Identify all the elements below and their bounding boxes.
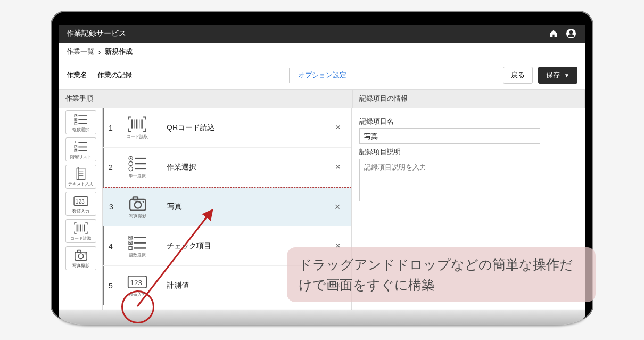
- number-input-icon: [126, 273, 148, 290]
- step-icon-caption: 写真撮影: [129, 213, 146, 219]
- title-bar: 作業名 オプション設定 戻る 保存 ▼: [59, 61, 585, 90]
- detail-header: 記録項目の情報: [353, 90, 585, 108]
- item-desc-textarea[interactable]: [359, 159, 540, 201]
- step-icon-caption: 単一選択: [129, 173, 146, 179]
- delete-step-icon[interactable]: ×: [329, 201, 345, 213]
- section-headers: 作業手順 記録項目の情報: [59, 90, 585, 108]
- code-scan-icon: [72, 222, 90, 234]
- palette-code-scan[interactable]: コード読取: [65, 219, 96, 243]
- palette-label: 階層リスト: [70, 154, 92, 160]
- number-input-icon: [72, 195, 90, 207]
- step-icon-caption: コード読取: [127, 134, 148, 140]
- breadcrumb: 作業一覧 › 新規作成: [59, 43, 585, 61]
- item-name-input[interactable]: [359, 128, 540, 144]
- palette-label: テキスト入力: [68, 181, 94, 187]
- multi-select-icon: [126, 234, 148, 251]
- step-number: 4: [103, 242, 119, 250]
- item-desc-label: 記録項目説明: [359, 147, 577, 157]
- palette-number-input[interactable]: 数値入力: [65, 192, 96, 216]
- tree-list-icon: [72, 140, 90, 153]
- step-row[interactable]: 2 単一選択 作業選択 ×: [103, 148, 351, 187]
- step-icon-caption: 複数選択: [129, 252, 146, 258]
- step-name: 写真: [156, 202, 329, 212]
- step-number: 1: [103, 124, 119, 132]
- camera-icon: [127, 195, 149, 212]
- text-input-icon: [72, 167, 90, 180]
- steps-header: 作業手順: [59, 90, 353, 108]
- camera-icon: [72, 249, 90, 262]
- palette-label: 複数選択: [72, 127, 89, 133]
- step-name: QRコード読込: [156, 123, 330, 133]
- item-name-label: 記録項目名: [359, 117, 577, 126]
- breadcrumb-parent[interactable]: 作業一覧: [67, 47, 94, 56]
- laptop-base: [59, 310, 585, 325]
- breadcrumb-current: 新規作成: [105, 47, 133, 56]
- code-scan-icon: [126, 116, 148, 133]
- component-palette: 複数選択 階層リスト テキスト入力 数値入力 コード読取: [59, 108, 103, 315]
- annotation-callout: ドラッグアンドドロップなどの簡単な操作だけで画面をすぐに構築: [287, 247, 596, 302]
- delete-step-icon[interactable]: ×: [330, 122, 346, 133]
- user-icon[interactable]: [566, 28, 577, 39]
- step-number: 5: [103, 281, 119, 290]
- chevron-down-icon: ▼: [564, 72, 569, 78]
- chevron-right-icon: ›: [98, 48, 101, 56]
- palette-tree-list[interactable]: 階層リスト: [65, 137, 96, 161]
- palette-multi-select[interactable]: 複数選択: [65, 110, 96, 134]
- palette-label: コード読取: [70, 236, 92, 241]
- step-row[interactable]: 1 コード読取 QRコード読込 ×: [103, 108, 351, 148]
- save-button-label: 保存: [546, 71, 560, 79]
- home-icon[interactable]: [549, 29, 560, 38]
- save-button[interactable]: 保存 ▼: [538, 67, 577, 84]
- step-number: 2: [103, 163, 119, 172]
- task-name-input[interactable]: [93, 68, 290, 83]
- multi-select-icon: [72, 113, 90, 126]
- palette-label: 写真撮影: [72, 263, 89, 269]
- step-name: 作業選択: [156, 163, 330, 172]
- palette-label: 数値入力: [72, 208, 89, 214]
- palette-text-input[interactable]: テキスト入力: [65, 165, 96, 189]
- single-select-icon: [126, 155, 148, 172]
- app-title: 作業記録サービス: [67, 29, 126, 38]
- option-settings-link[interactable]: オプション設定: [298, 70, 346, 80]
- delete-step-icon[interactable]: ×: [330, 161, 346, 173]
- app-header: 作業記録サービス: [59, 25, 585, 43]
- step-number: 3: [103, 203, 119, 211]
- palette-camera[interactable]: 写真撮影: [65, 246, 96, 270]
- step-row-selected[interactable]: 3 写真撮影 写真 ×: [103, 187, 351, 226]
- task-name-label: 作業名: [67, 70, 87, 80]
- step-icon-caption: 数値入力: [129, 292, 146, 297]
- back-button[interactable]: 戻る: [503, 67, 533, 84]
